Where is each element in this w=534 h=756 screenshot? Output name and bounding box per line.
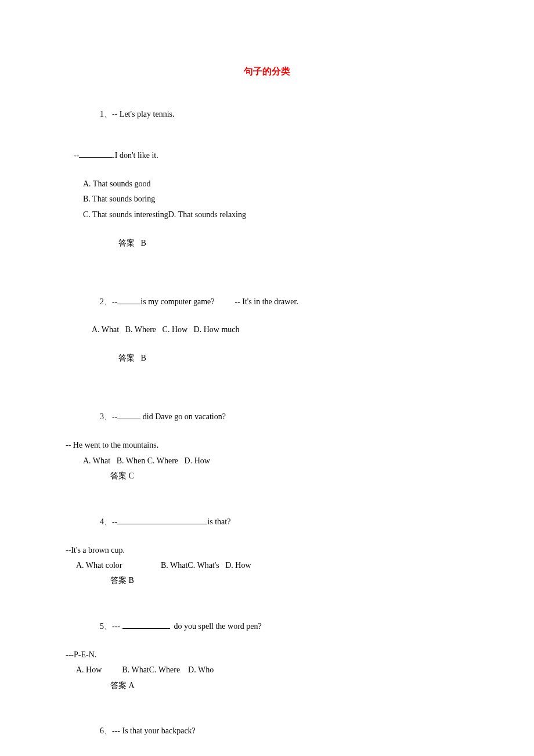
q1-num: 1、: [100, 110, 112, 118]
q4-line1-post: is that?: [207, 517, 230, 526]
blank: [117, 516, 207, 524]
q1-answer: 答案 B: [66, 224, 468, 262]
q5-opts: A. How B. WhatC. Where D. Who: [66, 664, 468, 676]
q1-prompt: -- Let's play tennis.: [112, 110, 175, 118]
page-title: 句子的分类: [66, 64, 468, 79]
q1-line2-post: .I don't like it.: [113, 151, 158, 160]
q5-num: 5、: [100, 622, 112, 631]
q3-line1: 3、-- did Dave go on vacation?: [66, 398, 468, 437]
q2-line1-right: -- It's in the drawer.: [234, 297, 298, 306]
q1-optA: A. That sounds good: [66, 178, 468, 190]
q4-answer: 答案 B: [66, 574, 468, 587]
blank: [122, 620, 170, 629]
q4-num: 4、: [100, 517, 112, 526]
q3-opts: A. What B. When C. Where D. How: [66, 455, 468, 467]
q6-line1-text: --- Is that your backpack?: [112, 726, 196, 735]
q1-line2: --.I don't like it.: [66, 136, 468, 175]
q5-line1-pre: ---: [112, 622, 122, 631]
blank: [117, 296, 140, 304]
q2-line1: 2、--is my computer game? -- It's in the …: [66, 282, 468, 321]
q1-optCD: C. That sounds interestingD. That sounds…: [66, 208, 468, 221]
q5-answer: 答案 A: [66, 679, 468, 692]
q4-line1: 4、--is that?: [66, 502, 468, 541]
q3-line1-pre: --: [112, 412, 117, 421]
q3-line2: -- He went to the mountains.: [66, 439, 468, 452]
q1-line1: 1、-- Let's play tennis.: [66, 95, 468, 134]
answer-label: 答案: [118, 239, 135, 247]
blank: [117, 411, 140, 419]
q5-line1: 5、--- do you spell the word pen?: [66, 607, 468, 646]
q6-num: 6、: [100, 726, 112, 735]
blank: [79, 149, 113, 158]
q2-line1-pre: --: [112, 297, 117, 306]
q3-line1-post: did Dave go on vacation?: [140, 412, 226, 421]
q2-answer-val: B: [141, 354, 146, 362]
q3-answer: 答案 C: [66, 470, 468, 483]
q6-line2: --- . That's his backpack.: [66, 753, 468, 756]
q4-line1-pre: --: [112, 517, 117, 526]
q5-line1-post: do you spell the word pen?: [170, 622, 262, 631]
q2-answer: 答案 B: [66, 339, 468, 378]
q5-line2: ---P-E-N.: [66, 649, 468, 661]
q2-num: 2、: [100, 297, 112, 306]
q2-opts: A. What B. Where C. How D. How much: [66, 323, 468, 336]
q1-answer-val: B: [141, 239, 146, 247]
answer-label: 答案: [118, 354, 135, 362]
q6-line1: 6、--- Is that your backpack?: [66, 712, 468, 751]
q3-num: 3、: [100, 412, 112, 421]
q4-line2: --It's a brown cup.: [66, 544, 468, 557]
q2-line1-mid: is my computer game?: [140, 297, 214, 306]
q1-line2-pre: --: [74, 151, 79, 160]
q1-optB: B. That sounds boring: [66, 193, 468, 206]
q4-opts: A. What color B. WhatC. What's D. How: [66, 559, 468, 572]
